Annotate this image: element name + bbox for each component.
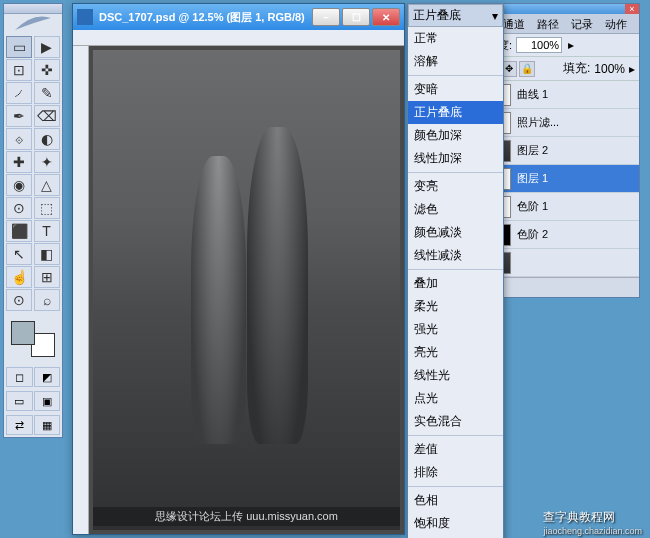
fill-drop-icon[interactable]: ▸: [629, 62, 635, 76]
canvas[interactable]: 思缘设计论坛上传 uuu.missyuan.com: [89, 46, 404, 534]
blend-mode-option[interactable]: 变暗: [408, 78, 503, 101]
panel-close-icon[interactable]: ×: [625, 4, 639, 14]
chevron-down-icon: ▾: [492, 9, 498, 23]
blend-mode-option[interactable]: 颜色加深: [408, 124, 503, 147]
toolbox: ▭▶⊡✜⟋✎✒⌫⟐◐✚✦◉△⊙⬚⬛T↖◧☝⊞⊙⌕ ◻ ◩ ▭ ▣ ⇄ ▦: [3, 3, 63, 438]
tool-12[interactable]: ◉: [6, 174, 32, 196]
tool-19[interactable]: ◧: [34, 243, 60, 265]
blend-mode-option[interactable]: 颜色减淡: [408, 221, 503, 244]
layer-name: 图层 2: [515, 143, 639, 158]
blend-mode-option[interactable]: 亮光: [408, 341, 503, 364]
blend-mode-option[interactable]: 变亮: [408, 175, 503, 198]
tool-15[interactable]: ⬚: [34, 197, 60, 219]
jump-to[interactable]: ⇄: [6, 415, 33, 435]
tool-16[interactable]: ⬛: [6, 220, 32, 242]
screenmode-3[interactable]: ▦: [34, 415, 61, 435]
ruler-vertical: [73, 46, 89, 534]
blend-mode-list: 正常溶解变暗正片叠底颜色加深线性加深变亮滤色颜色减淡线性减淡叠加柔光强光亮光线性…: [408, 27, 503, 538]
close-button[interactable]: ✕: [372, 8, 400, 26]
tool-0[interactable]: ▭: [6, 36, 32, 58]
blend-mode-option[interactable]: 线性加深: [408, 147, 503, 170]
blend-mode-option[interactable]: 强光: [408, 318, 503, 341]
minimize-button[interactable]: –: [312, 8, 340, 26]
opacity-drop-icon[interactable]: ▸: [566, 38, 576, 52]
blend-mode-option[interactable]: 色相: [408, 489, 503, 512]
document-icon: [77, 9, 93, 25]
document-titlebar[interactable]: DSC_1707.psd @ 12.5% (图层 1, RGB/8) – ☐ ✕: [73, 4, 404, 30]
blend-mode-option[interactable]: 实色混合: [408, 410, 503, 433]
layer-name: 曲线 1: [515, 87, 639, 102]
tool-13[interactable]: △: [34, 174, 60, 196]
tool-7[interactable]: ⌫: [34, 105, 60, 127]
color-picker: [4, 313, 62, 365]
blend-mode-option[interactable]: 叠加: [408, 272, 503, 295]
tool-5[interactable]: ✎: [34, 82, 60, 104]
screenmode-1[interactable]: ▭: [6, 391, 33, 411]
blend-mode-current[interactable]: 正片叠底 ▾: [408, 4, 503, 27]
layer-name: 色阶 2: [515, 227, 639, 242]
tool-20[interactable]: ☝: [6, 266, 32, 288]
panel-tab[interactable]: 记录: [565, 14, 599, 33]
tool-9[interactable]: ◐: [34, 128, 60, 150]
photo-content: 思缘设计论坛上传 uuu.missyuan.com: [93, 50, 400, 530]
quickmask-off[interactable]: ◻: [6, 367, 33, 387]
foreground-color[interactable]: [11, 321, 35, 345]
tool-10[interactable]: ✚: [6, 151, 32, 173]
tool-23[interactable]: ⌕: [34, 289, 60, 311]
fill-label: 填充:: [563, 60, 590, 77]
blend-mode-option[interactable]: 柔光: [408, 295, 503, 318]
tool-14[interactable]: ⊙: [6, 197, 32, 219]
tool-22[interactable]: ⊙: [6, 289, 32, 311]
tool-1[interactable]: ▶: [34, 36, 60, 58]
tool-21[interactable]: ⊞: [34, 266, 60, 288]
maximize-button[interactable]: ☐: [342, 8, 370, 26]
tool-8[interactable]: ⟐: [6, 128, 32, 150]
lock-all-icon[interactable]: 🔒: [519, 61, 535, 77]
blend-mode-option[interactable]: 差值: [408, 438, 503, 461]
blend-mode-option[interactable]: 正常: [408, 27, 503, 50]
panel-tab[interactable]: 路径: [531, 14, 565, 33]
tool-2[interactable]: ⊡: [6, 59, 32, 81]
tool-3[interactable]: ✜: [34, 59, 60, 81]
blend-mode-option[interactable]: 溶解: [408, 50, 503, 73]
blend-mode-option[interactable]: 点光: [408, 387, 503, 410]
fill-value[interactable]: 100%: [594, 62, 625, 76]
document-window: DSC_1707.psd @ 12.5% (图层 1, RGB/8) – ☐ ✕…: [72, 3, 405, 535]
screenmode-2[interactable]: ▣: [34, 391, 61, 411]
tool-4[interactable]: ⟋: [6, 82, 32, 104]
tool-6[interactable]: ✒: [6, 105, 32, 127]
blend-mode-option[interactable]: 排除: [408, 461, 503, 484]
toolbox-header: [4, 4, 62, 14]
app-feather-icon: [4, 14, 62, 34]
blend-mode-option[interactable]: 滤色: [408, 198, 503, 221]
ruler-horizontal: [73, 30, 404, 46]
tool-17[interactable]: T: [34, 220, 60, 242]
opacity-value[interactable]: 100%: [516, 37, 562, 53]
layer-name: 色阶 1: [515, 199, 639, 214]
panel-tab[interactable]: 动作: [599, 14, 633, 33]
blend-mode-current-label: 正片叠底: [413, 7, 461, 24]
tool-18[interactable]: ↖: [6, 243, 32, 265]
blend-mode-option[interactable]: 线性减淡: [408, 244, 503, 267]
layer-name: 照片滤...: [515, 115, 639, 130]
blend-mode-option[interactable]: 饱和度: [408, 512, 503, 535]
layer-name: 图层 1: [515, 171, 639, 186]
color-swatches[interactable]: [11, 321, 55, 357]
blend-mode-option[interactable]: 线性光: [408, 364, 503, 387]
document-title: DSC_1707.psd @ 12.5% (图层 1, RGB/8): [99, 10, 312, 25]
blend-mode-option[interactable]: 正片叠底: [408, 101, 503, 124]
tools-grid: ▭▶⊡✜⟋✎✒⌫⟐◐✚✦◉△⊙⬚⬛T↖◧☝⊞⊙⌕: [4, 34, 62, 313]
page-watermark: 查字典教程网 jiaocheng.chazidian.com: [543, 509, 642, 536]
quickmask-on[interactable]: ◩: [34, 367, 61, 387]
blend-mode-dropdown: 正片叠底 ▾ 正常溶解变暗正片叠底颜色加深线性加深变亮滤色颜色减淡线性减淡叠加柔…: [407, 3, 504, 538]
tool-11[interactable]: ✦: [34, 151, 60, 173]
photo-watermark: 思缘设计论坛上传 uuu.missyuan.com: [93, 507, 400, 526]
